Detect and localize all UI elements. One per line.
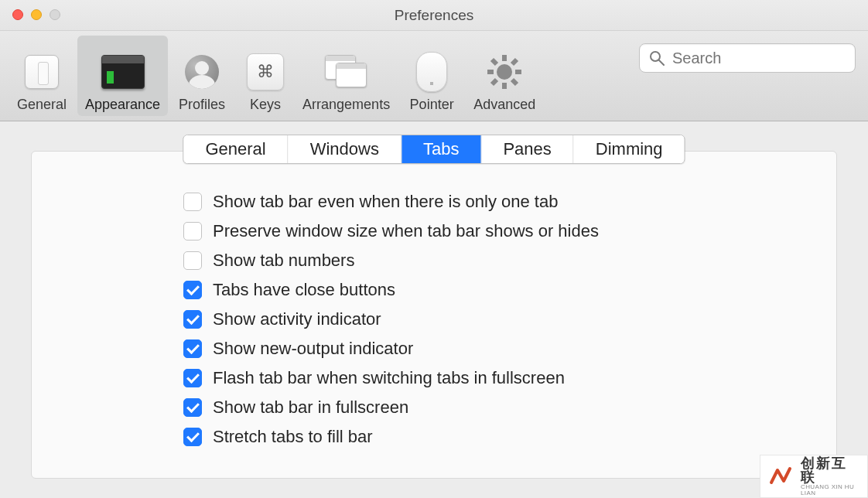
traffic-lights bbox=[12, 9, 60, 20]
toolbar-item-profiles[interactable]: Profiles bbox=[168, 36, 236, 116]
appearance-panel: General Windows Tabs Panes Dimming Show … bbox=[31, 151, 837, 479]
toolbar-item-appearance[interactable]: Appearance bbox=[77, 36, 168, 116]
toolbar-item-label: Profiles bbox=[179, 97, 225, 113]
option-checkbox[interactable] bbox=[183, 281, 202, 299]
tab-panes[interactable]: Panes bbox=[481, 135, 573, 163]
toolbar-item-advanced[interactable]: Advanced bbox=[466, 36, 543, 116]
toolbar-item-label: General bbox=[17, 97, 67, 113]
toolbar-item-arrangements[interactable]: Arrangements bbox=[295, 36, 398, 116]
svg-line-6 bbox=[512, 80, 517, 84]
arrangements-icon bbox=[325, 50, 368, 94]
toolbar-item-label: Keys bbox=[250, 97, 281, 113]
option-row: Tabs have close buttons bbox=[183, 275, 836, 305]
window-title: Preferences bbox=[395, 7, 473, 24]
profiles-icon bbox=[180, 50, 224, 94]
option-label: Show tab numbers bbox=[213, 251, 354, 271]
tab-general[interactable]: General bbox=[183, 135, 288, 163]
close-window-button[interactable] bbox=[12, 9, 23, 20]
option-label: Stretch tabs to fill bar bbox=[213, 427, 373, 447]
toolbar-item-label: Arrangements bbox=[302, 97, 390, 113]
svg-line-10 bbox=[659, 60, 664, 65]
option-checkbox[interactable] bbox=[183, 428, 202, 446]
option-row: Preserve window size when tab bar shows … bbox=[183, 217, 836, 246]
search-input[interactable] bbox=[672, 49, 868, 67]
svg-line-5 bbox=[492, 60, 497, 64]
appearance-icon bbox=[101, 50, 145, 94]
keys-icon: ⌘ bbox=[244, 50, 287, 94]
option-row: Stretch tabs to fill bar bbox=[183, 422, 836, 452]
toolbar-item-label: Appearance bbox=[85, 97, 160, 113]
svg-line-7 bbox=[512, 60, 517, 64]
watermark-subtext: CHUANG XIN HU LIAN bbox=[801, 484, 861, 496]
watermark: 创新互联 CHUANG XIN HU LIAN bbox=[760, 455, 868, 498]
option-checkbox[interactable] bbox=[183, 398, 202, 417]
preferences-toolbar: General Appearance Profiles ⌘ Keys Arran… bbox=[0, 31, 868, 121]
option-label: Show activity indicator bbox=[213, 309, 381, 329]
svg-line-8 bbox=[492, 80, 497, 84]
zoom-window-button[interactable] bbox=[50, 9, 60, 20]
search-icon bbox=[649, 50, 665, 66]
advanced-icon bbox=[483, 50, 526, 94]
search-field[interactable] bbox=[639, 43, 856, 73]
option-row: Show tab bar even when there is only one… bbox=[183, 187, 836, 217]
option-label: Show new-output indicator bbox=[213, 339, 413, 359]
pointer-icon bbox=[410, 50, 453, 94]
svg-point-9 bbox=[651, 52, 660, 61]
content-area: General Windows Tabs Panes Dimming Show … bbox=[0, 121, 868, 498]
toolbar-item-general[interactable]: General bbox=[6, 36, 77, 116]
option-checkbox[interactable] bbox=[183, 222, 202, 240]
option-checkbox[interactable] bbox=[183, 310, 202, 329]
watermark-logo-icon bbox=[767, 462, 795, 491]
general-icon bbox=[20, 50, 63, 94]
toolbar-item-label: Advanced bbox=[473, 97, 535, 113]
toolbar-item-pointer[interactable]: Pointer bbox=[398, 36, 466, 116]
watermark-text: 创新互联 bbox=[801, 456, 861, 484]
option-row: Show new-output indicator bbox=[183, 334, 836, 363]
option-row: Show activity indicator bbox=[183, 305, 836, 334]
option-row: Show tab bar in fullscreen bbox=[183, 393, 836, 422]
option-label: Preserve window size when tab bar shows … bbox=[213, 221, 599, 241]
toolbar-item-label: Pointer bbox=[410, 97, 454, 113]
option-label: Tabs have close buttons bbox=[213, 280, 395, 300]
option-checkbox[interactable] bbox=[183, 251, 202, 270]
svg-point-0 bbox=[497, 64, 512, 80]
tabs-options: Show tab bar even when there is only one… bbox=[32, 187, 836, 452]
option-label: Show tab bar in fullscreen bbox=[213, 397, 408, 418]
option-checkbox[interactable] bbox=[183, 339, 202, 358]
option-label: Flash tab bar when switching tabs in ful… bbox=[213, 368, 565, 388]
option-row: Flash tab bar when switching tabs in ful… bbox=[183, 363, 836, 393]
option-label: Show tab bar even when there is only one… bbox=[213, 192, 558, 212]
tab-windows[interactable]: Windows bbox=[289, 135, 402, 163]
minimize-window-button[interactable] bbox=[31, 9, 42, 20]
tab-dimming[interactable]: Dimming bbox=[574, 135, 685, 163]
tab-tabs[interactable]: Tabs bbox=[402, 135, 481, 163]
option-row: Show tab numbers bbox=[183, 246, 836, 275]
appearance-tabs: General Windows Tabs Panes Dimming bbox=[183, 135, 685, 164]
titlebar: Preferences bbox=[0, 0, 868, 31]
toolbar-item-keys[interactable]: ⌘ Keys bbox=[236, 36, 295, 116]
option-checkbox[interactable] bbox=[183, 193, 202, 211]
option-checkbox[interactable] bbox=[183, 369, 202, 387]
